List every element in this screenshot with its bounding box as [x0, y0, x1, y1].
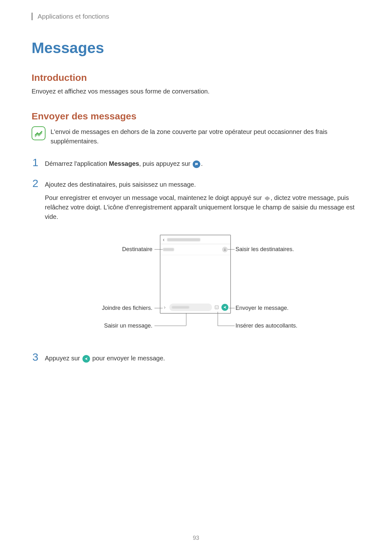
section-send-heading: Envoyer des messages	[32, 111, 360, 122]
info-note: L'envoi de messages en dehors de la zone…	[32, 126, 360, 146]
callout-send: Envoyer le message.	[236, 305, 289, 311]
svg-point-2	[197, 164, 197, 164]
step-2-line2: Pour enregistrer et envoyer un message v…	[45, 193, 360, 221]
svg-rect-5	[267, 196, 268, 201]
callout-enter-recipients: Saisir les destinataires.	[236, 246, 294, 253]
step-number-2: 2	[32, 178, 39, 189]
note-icon	[32, 126, 45, 140]
phone-footer: ›	[160, 302, 230, 313]
svg-rect-3	[265, 197, 266, 199]
callout-recipient: Destinataire	[86, 246, 153, 253]
svg-rect-9	[215, 306, 218, 309]
recipient-row	[160, 244, 230, 255]
callout-enter-msg: Saisir un message.	[86, 322, 153, 329]
blurred-header-title	[167, 238, 200, 241]
blurred-input-placeholder	[172, 306, 189, 309]
callout-stickers: Insérer des autocollants.	[236, 322, 298, 329]
step-1-text: Démarrez l'application Messages, puis ap…	[45, 159, 360, 168]
step-1: 1 Démarrez l'application Messages, puis …	[32, 157, 360, 172]
sticker-icon	[214, 304, 220, 310]
step-2-line1: Ajoutez des destinataires, puis saisisse…	[45, 180, 360, 189]
page-number: 93	[0, 535, 392, 541]
page-title: Messages	[32, 39, 360, 57]
breadcrumb: Applications et fonctions	[32, 13, 360, 20]
send-icon	[82, 355, 90, 363]
svg-point-8	[224, 249, 225, 250]
add-recipient-icon	[222, 247, 228, 252]
step-number-3: 3	[32, 352, 39, 362]
phone-header: ‹	[160, 235, 230, 244]
breadcrumb-label: Applications et fonctions	[38, 13, 109, 20]
svg-point-10	[216, 307, 216, 307]
message-input	[169, 304, 212, 311]
svg-rect-4	[266, 197, 267, 200]
svg-rect-6	[268, 197, 268, 200]
svg-point-0	[196, 164, 196, 164]
back-icon: ‹	[163, 237, 165, 243]
compose-icon	[193, 160, 200, 168]
ui-diagram: ‹ ›	[32, 235, 360, 336]
note-text: L'envoi de messages en dehors de la zone…	[51, 126, 360, 146]
step-3: 3 Appuyez sur pour envoyer le message.	[32, 352, 360, 367]
svg-point-11	[217, 307, 217, 307]
phone-mockup: ‹ ›	[160, 235, 231, 314]
send-button-small	[221, 304, 228, 311]
step-2: 2 Ajoutez des destinataires, puis saisis…	[32, 178, 360, 225]
record-icon	[264, 196, 270, 201]
intro-body: Envoyez et affichez vos messages sous fo…	[32, 88, 360, 95]
svg-rect-7	[269, 197, 269, 199]
callout-attach: Joindre des fichiers.	[86, 305, 153, 311]
blurred-recipient-label	[163, 248, 174, 251]
attach-icon: ›	[162, 304, 167, 310]
section-intro-heading: Introduction	[32, 72, 360, 83]
step-number-1: 1	[32, 157, 39, 168]
step-3-text: Appuyez sur pour envoyer le message.	[45, 353, 360, 363]
svg-point-1	[196, 164, 197, 164]
